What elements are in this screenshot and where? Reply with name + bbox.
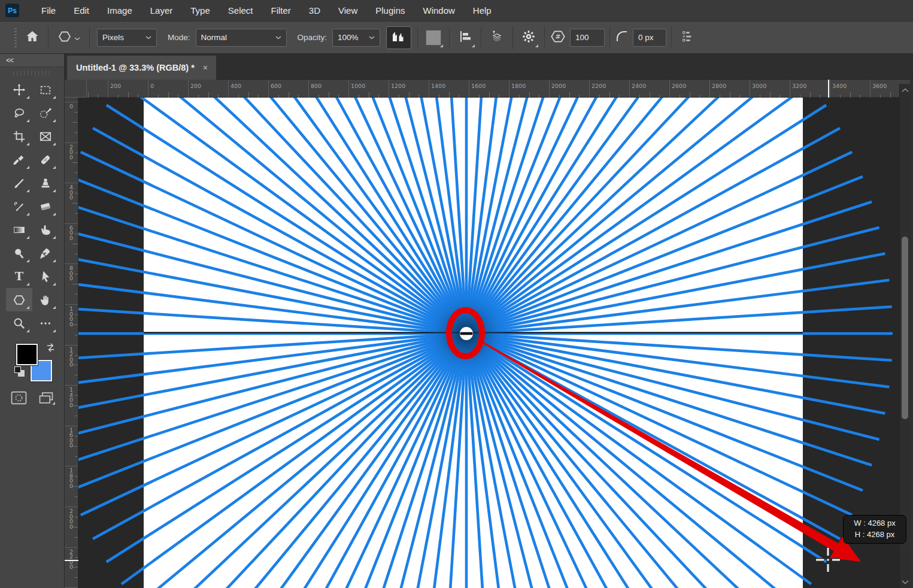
ruler-label: 3200 bbox=[792, 83, 806, 89]
home-button[interactable] bbox=[22, 27, 43, 49]
collapse-panel-button[interactable]: << bbox=[0, 54, 64, 67]
menu-plugins[interactable]: Plugins bbox=[366, 0, 414, 22]
ruler-label: 1600 bbox=[471, 83, 486, 89]
object-selection-tool[interactable] bbox=[32, 101, 59, 125]
menu-help[interactable]: Help bbox=[464, 0, 501, 22]
gradient-tool[interactable] bbox=[6, 218, 32, 241]
pen-tool[interactable] bbox=[32, 241, 59, 265]
ruler-label: 400 bbox=[230, 83, 241, 89]
fill-type-dropdown[interactable]: Pixels bbox=[97, 29, 157, 47]
eraser-tool[interactable] bbox=[32, 195, 59, 218]
tools-panel-grip[interactable] bbox=[13, 71, 51, 75]
path-alignment-button[interactable] bbox=[454, 27, 476, 49]
ruler-label: 2000 bbox=[551, 83, 566, 89]
document-tab-title: Untitled-1 @ 33.3% (RGB/8) * bbox=[76, 63, 195, 72]
screen-mode-button[interactable] bbox=[36, 389, 56, 406]
ruler-label: 2200 bbox=[592, 83, 606, 89]
menu-layer[interactable]: Layer bbox=[141, 0, 182, 22]
ruler-tick bbox=[75, 153, 78, 153]
ruler-tick bbox=[72, 284, 78, 284]
ruler-label: 200 bbox=[110, 83, 121, 89]
menu-3d[interactable]: 3D bbox=[300, 0, 329, 22]
tools-panel: << T bbox=[0, 54, 65, 588]
eyedropper-tool[interactable] bbox=[6, 148, 32, 171]
menu-file[interactable]: File bbox=[32, 0, 65, 22]
path-selection-tool[interactable] bbox=[32, 265, 59, 288]
ruler-tick bbox=[65, 143, 78, 143]
history-brush-tool[interactable] bbox=[6, 195, 32, 218]
smudge-tool[interactable] bbox=[32, 218, 59, 241]
separator bbox=[544, 26, 545, 49]
menu-edit[interactable]: Edit bbox=[65, 0, 98, 22]
scrollbar-thumb[interactable] bbox=[902, 237, 908, 419]
menu-view[interactable]: View bbox=[329, 0, 366, 22]
opacity-dropdown[interactable]: 100% bbox=[332, 29, 380, 47]
healing-brush-tool[interactable] bbox=[32, 148, 59, 171]
options-bar-grip[interactable] bbox=[14, 28, 17, 47]
path-arrange-icon bbox=[490, 29, 504, 46]
ruler-label: 200 bbox=[190, 83, 201, 89]
ruler-label: 800 bbox=[69, 266, 74, 281]
svg-text:T: T bbox=[14, 270, 23, 283]
ruler-label: 3000 bbox=[752, 83, 766, 89]
type-tool[interactable]: T bbox=[6, 265, 32, 288]
horizontal-ruler[interactable]: 2000200400600800100012001400160018002000… bbox=[87, 80, 899, 98]
dodge-tool[interactable] bbox=[6, 241, 32, 265]
ruler-tick bbox=[790, 80, 790, 98]
brush-tool[interactable] bbox=[6, 171, 32, 195]
menu-select[interactable]: Select bbox=[219, 0, 262, 22]
tab-close-icon[interactable]: × bbox=[203, 63, 208, 72]
shape-tool[interactable] bbox=[6, 288, 32, 311]
mode-dropdown[interactable]: Normal bbox=[196, 29, 287, 47]
shape-fill-swatch-button[interactable] bbox=[423, 27, 444, 49]
foreground-color-swatch[interactable] bbox=[16, 344, 38, 365]
clone-stamp-tool[interactable] bbox=[32, 171, 59, 195]
constrain-options-button[interactable] bbox=[677, 27, 698, 49]
fill-swatch-icon bbox=[426, 30, 441, 46]
ruler-origin-box[interactable] bbox=[65, 80, 87, 98]
ruler-tick bbox=[65, 466, 78, 466]
ruler-tick bbox=[569, 92, 570, 98]
menu-filter[interactable]: Filter bbox=[262, 0, 300, 22]
histogram-icon bbox=[392, 29, 406, 46]
lasso-tool[interactable] bbox=[6, 101, 32, 125]
ruler-label: 1000 bbox=[351, 83, 365, 89]
ruler-tick bbox=[148, 80, 148, 98]
tool-preset-button[interactable] bbox=[53, 27, 84, 49]
ruler-label: 1200 bbox=[391, 83, 405, 89]
menu-image[interactable]: Image bbox=[98, 0, 141, 22]
menu-window[interactable]: Window bbox=[414, 0, 463, 22]
crop-tool[interactable] bbox=[6, 125, 32, 148]
separator bbox=[89, 26, 90, 49]
histogram-toggle-button[interactable] bbox=[386, 26, 411, 49]
scroll-up-icon[interactable] bbox=[900, 85, 911, 95]
ruler-tick bbox=[65, 507, 78, 507]
document-tab[interactable]: Untitled-1 @ 33.3% (RGB/8) * × bbox=[67, 56, 216, 80]
photoshop-logo-icon[interactable]: Ps bbox=[5, 4, 19, 17]
frame-tool[interactable] bbox=[32, 125, 59, 148]
zoom-tool[interactable] bbox=[6, 311, 32, 335]
hand-tool[interactable] bbox=[32, 288, 59, 311]
sides-count-input[interactable]: 100 bbox=[570, 29, 605, 47]
document-area: Untitled-1 @ 33.3% (RGB/8) * × 200020040… bbox=[65, 54, 913, 588]
ruler-label: 3600 bbox=[872, 83, 887, 89]
ruler-tick bbox=[75, 355, 78, 356]
photoshop-window: Ps FileEditImageLayerTypeSelectFilter3DV… bbox=[0, 0, 913, 588]
path-arrangement-button[interactable] bbox=[486, 27, 508, 49]
rectangular-marquee-tool[interactable] bbox=[32, 78, 59, 101]
more-tools[interactable] bbox=[32, 311, 59, 335]
scroll-down-icon[interactable] bbox=[900, 577, 911, 587]
ruler-tick bbox=[72, 486, 78, 487]
shape-settings-button[interactable] bbox=[518, 27, 539, 49]
canvas-viewport: 0200400600800100012001400160018002000220… bbox=[65, 98, 913, 588]
default-colors-icon[interactable] bbox=[14, 366, 26, 378]
corner-radius-input[interactable]: 0 px bbox=[633, 29, 666, 47]
move-tool[interactable] bbox=[6, 78, 32, 101]
ruler-tick bbox=[75, 537, 78, 538]
vertical-ruler[interactable]: 0200400600800100012001400160018002000220… bbox=[65, 98, 78, 588]
canvas[interactable] bbox=[78, 98, 899, 588]
swap-colors-icon[interactable] bbox=[46, 343, 56, 355]
vertical-scrollbar[interactable] bbox=[899, 84, 910, 588]
menu-type[interactable]: Type bbox=[181, 0, 219, 22]
quick-mask-button[interactable] bbox=[8, 389, 29, 406]
